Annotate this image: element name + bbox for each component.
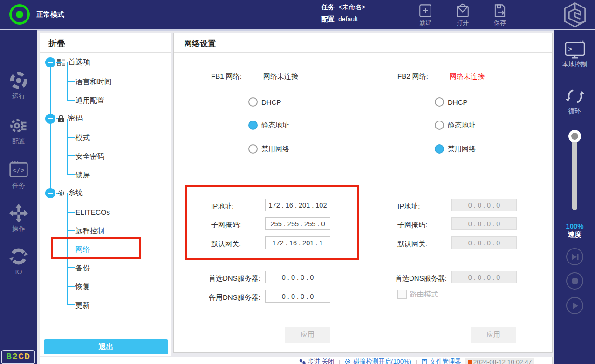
radio-icon <box>435 97 444 107</box>
sidebar-item-run[interactable]: 运行 <box>0 70 37 101</box>
sidebar-item-operate[interactable]: 操作 <box>0 203 37 233</box>
tree-line <box>67 137 75 138</box>
speed-slider-track[interactable] <box>572 136 577 210</box>
fb2-ip-input[interactable] <box>451 199 517 211</box>
tree-item-backup[interactable]: 备份 <box>75 263 90 273</box>
fb2-route-mode-checkbox[interactable]: 路由模式 <box>397 290 438 299</box>
fb1-ip-input[interactable] <box>265 199 330 211</box>
move-arrows-icon <box>8 203 29 223</box>
radio-label: 禁用网络 <box>448 145 476 154</box>
radio-label: DHCP <box>448 98 468 106</box>
tree-line <box>50 62 51 193</box>
status-separator: | <box>339 358 341 364</box>
terminal-icon: >_ <box>564 40 586 59</box>
fb1-mask-input[interactable] <box>265 217 330 230</box>
fb2-network-status: 网络未连接 <box>450 72 485 81</box>
tree-item-restore[interactable]: 恢复 <box>75 282 90 292</box>
fb1-radio-static[interactable]: 静态地址 <box>248 121 289 130</box>
right-sidebar: >_ 本地控制 循环 100% 速度 <box>554 30 595 364</box>
tree-item-safety-password[interactable]: 安全密码 <box>75 152 104 162</box>
tree-line <box>67 286 75 287</box>
collision-detect-status[interactable]: 碰撞检测开启(100%) <box>344 357 411 364</box>
gear-icon <box>57 189 65 197</box>
save-button[interactable]: 保存 <box>486 3 514 27</box>
file-manager-label: 文件管理器 <box>430 357 461 364</box>
speed-percent: 100% <box>554 222 595 230</box>
panel-header-divider <box>174 52 552 53</box>
step-icon <box>299 359 306 364</box>
cycle-button[interactable]: 循环 <box>554 87 595 115</box>
new-file-icon <box>417 3 433 18</box>
tree-header-divider <box>40 52 171 53</box>
task-label: 任务 <box>321 3 335 11</box>
tree-line <box>67 155 75 156</box>
fb1-dns2-label: 备用DNS服务器: <box>209 293 260 302</box>
speed-slider-handle[interactable] <box>568 130 581 142</box>
tree-item-elitecos[interactable]: ELITECOs <box>75 208 110 216</box>
fb1-dns1-input[interactable] <box>265 271 330 283</box>
collapse-toggle-password[interactable] <box>45 114 55 124</box>
fb2-radio-dhcp[interactable]: DHCP <box>435 97 468 107</box>
tree-item-remote-control[interactable]: 远程控制 <box>75 226 104 236</box>
left-sidebar: 运行 配置 </> 任务 操作 IO <box>0 30 37 364</box>
speed-label: 速度 <box>554 230 595 239</box>
tree-line <box>67 174 75 175</box>
tree-item-update[interactable]: 更新 <box>75 301 90 310</box>
tree-group-label: 密码 <box>68 114 83 123</box>
fb2-dns1-input[interactable] <box>451 271 517 283</box>
file-manager-button[interactable]: 文件管理器 <box>421 357 461 364</box>
gear-icon <box>8 115 29 136</box>
column-divider <box>368 54 368 350</box>
radio-icon <box>248 121 258 130</box>
io-cycle-icon <box>8 246 29 267</box>
fb2-mask-input[interactable] <box>451 217 517 230</box>
badge-char: 2 <box>12 351 18 362</box>
open-button[interactable]: 打开 <box>449 3 477 27</box>
config-row: 配置default <box>321 15 358 24</box>
fb2-gateway-input[interactable] <box>451 236 517 249</box>
collapse-toggle-system[interactable] <box>45 188 55 198</box>
tree-item-language-time[interactable]: 语言和时间 <box>75 77 112 87</box>
config-value: default <box>338 15 358 23</box>
fb1-apply-button[interactable]: 应用 <box>285 327 330 343</box>
tree-group-system[interactable]: 系统 <box>57 188 83 198</box>
tree-item-general-config[interactable]: 通用配置 <box>75 96 104 106</box>
sidebar-item-io[interactable]: IO <box>0 246 37 276</box>
play-button[interactable] <box>566 297 583 314</box>
tree-line <box>67 81 75 82</box>
local-control-button[interactable]: >_ 本地控制 <box>554 40 595 69</box>
mode-label: 正常模式 <box>36 10 64 19</box>
svg-text:</>: </> <box>13 168 25 175</box>
step-forward-button[interactable] <box>566 248 583 265</box>
stop-button[interactable] <box>566 272 583 290</box>
tree-group-password[interactable]: 密码 <box>57 114 83 123</box>
list-icon <box>57 58 65 67</box>
fb2-dns1-label: 首选DNS服务器: <box>395 274 447 283</box>
fb2-radio-disable[interactable]: 禁用网络 <box>435 144 476 154</box>
fb1-radio-dhcp[interactable]: DHCP <box>248 97 281 107</box>
fb2-gateway-label: 默认网关: <box>397 240 427 249</box>
sidebar-item-config[interactable]: 配置 <box>0 115 37 146</box>
collision-icon <box>344 358 351 364</box>
network-settings-panel: 网络设置 FB1 网络: 网络未连接 DHCP 静态地址 禁用网络 IP地址: … <box>173 33 553 353</box>
open-icon <box>455 3 471 18</box>
fb1-radio-disable[interactable]: 禁用网络 <box>248 144 289 154</box>
step-mode-status[interactable]: 步进 关闭 <box>299 357 335 364</box>
task-value: <未命名> <box>338 3 365 11</box>
fb2-apply-button[interactable]: 应用 <box>471 327 516 343</box>
fb1-network-label: FB1 网络: <box>211 72 242 81</box>
lock-icon <box>57 115 65 123</box>
fb1-dns2-input[interactable] <box>265 290 330 303</box>
new-button[interactable]: 新建 <box>411 3 439 27</box>
tree-group-preferences[interactable]: 首选项 <box>57 57 90 67</box>
tree-item-network[interactable]: 网络 <box>75 245 90 255</box>
sidebar-item-task[interactable]: </> 任务 <box>0 160 37 190</box>
fb2-radio-static[interactable]: 静态地址 <box>435 121 476 130</box>
fb1-gateway-input[interactable] <box>265 236 330 249</box>
tree-item-mode[interactable]: 模式 <box>75 133 90 143</box>
radio-label: DHCP <box>261 98 281 106</box>
collapse-toggle-preferences[interactable] <box>45 57 55 67</box>
exit-button[interactable]: 退出 <box>44 339 168 354</box>
svg-text:>_: >_ <box>568 46 576 53</box>
tree-item-lock-screen[interactable]: 锁屏 <box>75 170 90 180</box>
